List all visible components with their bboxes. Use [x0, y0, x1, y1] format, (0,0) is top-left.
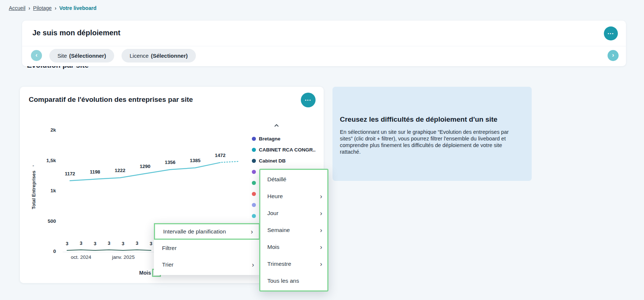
- chevron-up-icon: [274, 124, 279, 127]
- info-card: Creusez les difficultés de déploiement d…: [332, 87, 532, 181]
- filter-pill-value: (Sélectionner): [69, 53, 106, 59]
- liveboard-menu-button[interactable]: •••: [604, 26, 618, 40]
- legend-item[interactable]: [252, 180, 259, 186]
- legend-label: Bretagne: [259, 136, 281, 142]
- legend-dot: [252, 137, 256, 141]
- legend-item[interactable]: [252, 191, 259, 197]
- menu-item-trimestre[interactable]: Trimestre›: [260, 256, 327, 272]
- interval-submenu: DétailléHeure›Jour›Semaine›Mois›Trimestr…: [259, 169, 328, 292]
- legend-dot: [252, 148, 256, 152]
- menu-item-mois[interactable]: Mois›: [260, 239, 327, 256]
- menu-item-intervalle-de-planification[interactable]: Intervalle de planification›: [154, 223, 260, 240]
- filter-pill-site[interactable]: Site (Sélectionner): [49, 49, 114, 63]
- chevron-right-icon: ›: [320, 261, 322, 267]
- legend-dot: [252, 203, 256, 207]
- chevron-right-icon: ›: [28, 5, 30, 11]
- liveboard-page: Accueil › Pilotage › Votre liveboard Evo…: [0, 0, 644, 300]
- legend-item[interactable]: Cabinet DB: [252, 158, 286, 164]
- context-menu: Intervalle de planification›FiltrerTrier…: [154, 223, 260, 275]
- breadcrumb-accueil[interactable]: Accueil: [9, 5, 25, 11]
- menu-item-detaille[interactable]: Détaillé: [260, 171, 327, 188]
- breadcrumb-current: Votre liveboard: [59, 5, 96, 11]
- legend-dot: [252, 159, 256, 163]
- liveboard-title: Je suis mon déploiement: [32, 29, 120, 37]
- menu-item-label: Intervalle de planification: [163, 228, 226, 235]
- menu-item-label: Heure: [267, 193, 283, 200]
- chevron-right-icon: ›: [320, 227, 322, 233]
- menu-item-filtrer[interactable]: Filtrer: [154, 240, 260, 256]
- menu-item-label: Détaillé: [267, 176, 286, 183]
- filter-pill-label: Licence: [130, 53, 149, 59]
- menu-item-label: Jour: [267, 210, 278, 217]
- menu-item-label: Mois: [267, 244, 279, 250]
- menu-item-label: Tous les ans: [267, 278, 299, 284]
- menu-item-semaine[interactable]: Semaine›: [260, 222, 327, 239]
- menu-item-label: Trimestre: [267, 261, 291, 267]
- menu-item-heure[interactable]: Heure›: [260, 188, 327, 205]
- filters-next-button[interactable]: ›: [608, 50, 619, 61]
- menu-item-label: Filtrer: [162, 245, 177, 251]
- legend-item[interactable]: [252, 202, 259, 208]
- chevron-right-icon: ›: [54, 5, 56, 11]
- menu-item-jour[interactable]: Jour›: [260, 205, 327, 222]
- legend-dot: [252, 214, 256, 218]
- info-card-title: Creusez les difficultés de déploiement d…: [340, 115, 521, 124]
- filters-prev-button[interactable]: ‹: [31, 50, 42, 61]
- filter-bar: ‹ Site (Sélectionner) Licence (Sélection…: [22, 46, 626, 66]
- ellipsis-icon: •••: [608, 32, 614, 36]
- legend-item[interactable]: [252, 213, 259, 219]
- legend-dot: [252, 181, 256, 185]
- x-axis-field-label: Mois: [125, 270, 151, 276]
- chevron-right-icon: ›: [320, 193, 322, 200]
- legend-item[interactable]: [252, 169, 259, 175]
- breadcrumb-pilotage[interactable]: Pilotage: [33, 5, 52, 11]
- menu-item-trier[interactable]: Trier›: [154, 256, 260, 273]
- legend-dot: [252, 192, 256, 196]
- legend-label: CABINET RCA CONGR..: [259, 147, 316, 153]
- chevron-right-icon: ›: [252, 261, 254, 268]
- filter-pill-label: Site: [57, 53, 67, 59]
- filter-pill-licence[interactable]: Licence (Sélectionner): [122, 49, 196, 63]
- legend-label: Cabinet DB: [259, 158, 286, 164]
- legend-item[interactable]: Bretagne: [252, 136, 281, 142]
- breadcrumb: Accueil › Pilotage › Votre liveboard: [9, 5, 96, 11]
- filter-pill-value: (Sélectionner): [151, 53, 188, 59]
- liveboard-header: Je suis mon déploiement ••• ‹ Site (Séle…: [22, 21, 626, 66]
- menu-item-label: Trier: [162, 261, 173, 268]
- chevron-right-icon: ›: [320, 244, 322, 250]
- liveboard-title-row: Je suis mon déploiement •••: [22, 21, 626, 46]
- legend-item[interactable]: CABINET RCA CONGR..: [252, 147, 316, 153]
- chevron-right-icon: ›: [320, 210, 322, 217]
- menu-item-label: Semaine: [267, 227, 290, 233]
- legend-collapse-button[interactable]: [274, 122, 279, 129]
- legend-dot: [252, 170, 256, 174]
- info-card-body: En sélectionnant un site sur le graphiqu…: [340, 129, 521, 155]
- menu-item-tous-les-ans[interactable]: Tous les ans: [260, 272, 327, 289]
- chevron-right-icon: ›: [251, 228, 253, 235]
